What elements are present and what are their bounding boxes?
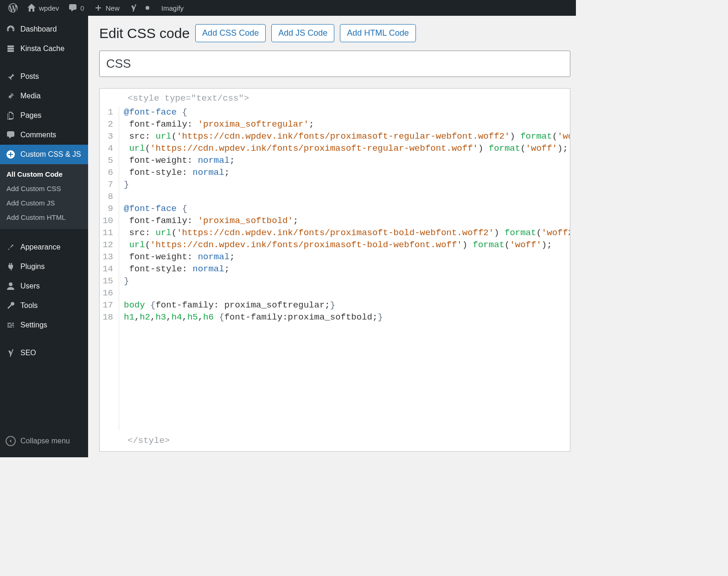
sidebar-item-seo[interactable]: SEO: [0, 343, 88, 363]
page-header: Edit CSS code Add CSS Code Add JS Code A…: [99, 24, 570, 42]
imagify-link[interactable]: Imagify: [157, 0, 188, 16]
plug-icon: [6, 262, 16, 272]
site-name-link[interactable]: wpdev: [22, 0, 64, 16]
user-icon: [6, 281, 16, 291]
yoast-link[interactable]: [124, 0, 157, 16]
code-lines[interactable]: @font-face { font-family: 'proxima_softr…: [119, 106, 570, 431]
svg-rect-3: [7, 50, 14, 52]
sidebar-item-users[interactable]: Users: [0, 276, 88, 296]
collapse-label: Collapse menu: [20, 437, 70, 445]
wordpress-icon: [8, 3, 18, 13]
dashboard-icon: [6, 24, 16, 34]
new-content-link[interactable]: New: [89, 0, 124, 16]
line-gutter: 123456789101112131415161718: [100, 106, 119, 431]
submenu-add-custom-html[interactable]: Add Custom HTML: [0, 210, 88, 224]
sidebar-item-media[interactable]: Media: [0, 86, 88, 106]
comments-count: 0: [80, 4, 84, 12]
page-title: Edit CSS code: [99, 26, 190, 41]
add-html-code-button[interactable]: Add HTML Code: [340, 24, 415, 42]
home-icon: [27, 3, 36, 13]
svg-point-0: [146, 6, 149, 10]
pin-icon: [6, 71, 16, 82]
add-css-code-button[interactable]: Add CSS Code: [195, 24, 266, 42]
svg-rect-2: [7, 48, 14, 50]
editor-close-tag: </style>: [100, 431, 570, 451]
wrench-icon: [6, 301, 16, 311]
submenu-add-custom-css[interactable]: Add Custom CSS: [0, 181, 88, 196]
sidebar-item-label: Custom CSS & JS: [20, 150, 81, 159]
comments-link[interactable]: 0: [64, 0, 89, 16]
sidebar-item-custom-css-js[interactable]: Custom CSS & JS: [0, 145, 88, 164]
plus-circle-icon: [6, 149, 16, 160]
sidebar-item-label: Tools: [20, 301, 38, 310]
main-content: Edit CSS code Add CSS Code Add JS Code A…: [88, 16, 576, 457]
sidebar-item-label: Kinsta Cache: [20, 45, 64, 53]
sidebar-item-pages[interactable]: Pages: [0, 106, 88, 125]
pages-icon: [6, 110, 16, 121]
sidebar-item-label: Settings: [20, 321, 47, 329]
sidebar-item-label: Dashboard: [20, 25, 57, 33]
database-icon: [6, 44, 16, 54]
sidebar-item-label: Posts: [20, 72, 39, 81]
submenu-all-custom-code[interactable]: All Custom Code: [0, 167, 88, 181]
brush-icon: [6, 242, 16, 252]
collapse-icon: [6, 436, 16, 446]
sliders-icon: [6, 320, 16, 330]
svg-point-5: [9, 282, 13, 286]
wp-logo[interactable]: [4, 0, 22, 16]
sidebar-item-dashboard[interactable]: Dashboard: [0, 19, 88, 39]
media-icon: [6, 91, 16, 101]
sidebar-item-plugins[interactable]: Plugins: [0, 257, 88, 276]
submenu-add-custom-js[interactable]: Add Custom JS: [0, 196, 88, 210]
sidebar-item-label: Pages: [20, 111, 41, 120]
sidebar-item-appearance[interactable]: Appearance: [0, 237, 88, 257]
sidebar-item-label: Appearance: [20, 243, 60, 251]
sidebar-item-comments[interactable]: Comments: [0, 125, 88, 145]
sidebar-item-label: SEO: [20, 349, 36, 357]
collapse-menu[interactable]: Collapse menu: [0, 430, 88, 457]
comment-icon: [68, 3, 77, 13]
sidebar-item-label: Plugins: [20, 262, 45, 271]
sidebar-submenu: All Custom Code Add Custom CSS Add Custo…: [0, 164, 88, 229]
sidebar-item-label: Media: [20, 92, 41, 100]
imagify-label: Imagify: [161, 4, 184, 12]
sidebar-item-tools[interactable]: Tools: [0, 296, 88, 315]
title-input[interactable]: [99, 51, 570, 77]
sidebar-item-label: Users: [20, 282, 40, 290]
plus-icon: [94, 3, 103, 13]
add-js-code-button[interactable]: Add JS Code: [271, 24, 334, 42]
admin-bar: wpdev 0 New Imagify: [0, 0, 576, 16]
comments-icon: [6, 130, 16, 140]
yoast-icon: [6, 348, 16, 358]
svg-rect-1: [7, 45, 14, 47]
sidebar-item-label: Comments: [20, 131, 56, 139]
code-editor[interactable]: <style type="text/css"> 1234567891011121…: [99, 88, 570, 452]
admin-sidebar: Dashboard Kinsta Cache Posts Media Pages: [0, 16, 88, 457]
site-name: wpdev: [39, 4, 59, 12]
sidebar-item-posts[interactable]: Posts: [0, 67, 88, 86]
sidebar-item-kinsta-cache[interactable]: Kinsta Cache: [0, 39, 88, 58]
status-dot-icon: [143, 3, 152, 13]
sidebar-item-settings[interactable]: Settings: [0, 315, 88, 335]
yoast-icon: [129, 3, 138, 13]
new-label: New: [106, 4, 120, 12]
editor-open-tag: <style type="text/css">: [100, 89, 570, 106]
